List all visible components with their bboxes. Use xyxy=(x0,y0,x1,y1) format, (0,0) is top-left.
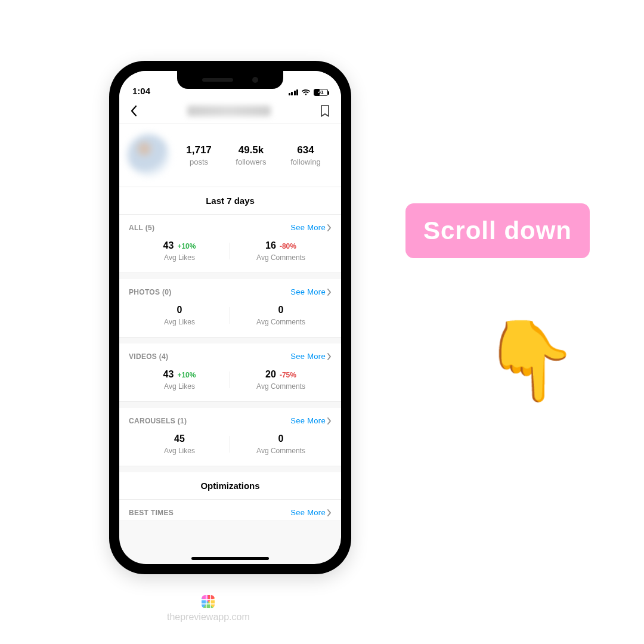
username-blurred xyxy=(187,106,271,116)
best-times-title: BEST TIMES xyxy=(129,509,174,517)
card-carousels-title: CAROUSELS (1) xyxy=(129,417,187,425)
card-all-title: ALL (5) xyxy=(129,224,154,232)
bookmark-button[interactable] xyxy=(320,104,330,117)
card-photos: PHOTOS (0) See More 0 Avg Likes 0 Avg Co… xyxy=(119,279,341,338)
stat-followers[interactable]: 49.5k followers xyxy=(236,144,266,166)
notch xyxy=(177,71,283,89)
card-carousels: CAROUSELS (1) See More 45 Avg Likes 0 Av… xyxy=(119,408,341,466)
battery-icon: 41 xyxy=(314,89,328,96)
pointing-down-icon: 👇 xyxy=(482,315,578,406)
period-title: Last 7 days xyxy=(119,187,341,215)
chevron-right-icon xyxy=(327,289,332,296)
see-more-best-times[interactable]: See More xyxy=(290,508,332,517)
card-videos: VIDEOS (4) See More 43+10% Avg Likes 20-… xyxy=(119,343,341,402)
profile-stats-row: 1,717 posts 49.5k followers 634 followin… xyxy=(119,123,341,187)
see-more-all[interactable]: See More xyxy=(290,223,332,232)
home-indicator[interactable] xyxy=(191,557,269,560)
avatar[interactable] xyxy=(128,134,169,176)
videos-avg-likes: 43+10% Avg Likes xyxy=(129,369,230,391)
footer-branding: thepreviewapp.com xyxy=(167,595,250,623)
see-more-photos[interactable]: See More xyxy=(290,287,332,296)
preview-app-logo-icon xyxy=(202,595,215,608)
stat-posts[interactable]: 1,717 posts xyxy=(186,144,212,166)
optimizations-title: Optimizations xyxy=(119,472,341,500)
card-photos-title: PHOTOS (0) xyxy=(129,288,171,296)
photos-avg-comments: 0 Avg Comments xyxy=(230,305,332,326)
chevron-right-icon xyxy=(327,353,332,360)
photos-avg-likes: 0 Avg Likes xyxy=(129,305,230,326)
chevron-right-icon xyxy=(327,417,332,425)
videos-avg-comments: 20-75% Avg Comments xyxy=(230,369,332,391)
card-all: ALL (5) See More 43+10% Avg Likes 16-80%… xyxy=(119,215,341,273)
card-best-times: BEST TIMES See More xyxy=(119,500,341,521)
status-time: 1:04 xyxy=(132,86,150,96)
stat-following[interactable]: 634 following xyxy=(290,144,321,166)
nav-header xyxy=(119,98,341,123)
carousels-avg-comments: 0 Avg Comments xyxy=(230,434,332,455)
card-videos-title: VIDEOS (4) xyxy=(129,352,168,361)
chevron-right-icon xyxy=(327,224,332,231)
all-avg-comments: 16-80% Avg Comments xyxy=(230,240,332,262)
phone-screen[interactable]: 1:04 41 1,717 xyxy=(119,71,341,564)
back-button[interactable] xyxy=(130,105,138,117)
footer-text: thepreviewapp.com xyxy=(167,612,250,623)
all-avg-likes: 43+10% Avg Likes xyxy=(129,240,230,262)
phone-frame: 1:04 41 1,717 xyxy=(109,61,351,574)
scroll-down-callout: Scroll down xyxy=(405,203,590,258)
carousels-avg-likes: 45 Avg Likes xyxy=(129,434,230,455)
see-more-videos[interactable]: See More xyxy=(290,352,332,361)
wifi-icon xyxy=(301,89,311,96)
see-more-carousels[interactable]: See More xyxy=(290,416,332,425)
chevron-right-icon xyxy=(327,509,332,516)
signal-icon xyxy=(289,89,299,95)
